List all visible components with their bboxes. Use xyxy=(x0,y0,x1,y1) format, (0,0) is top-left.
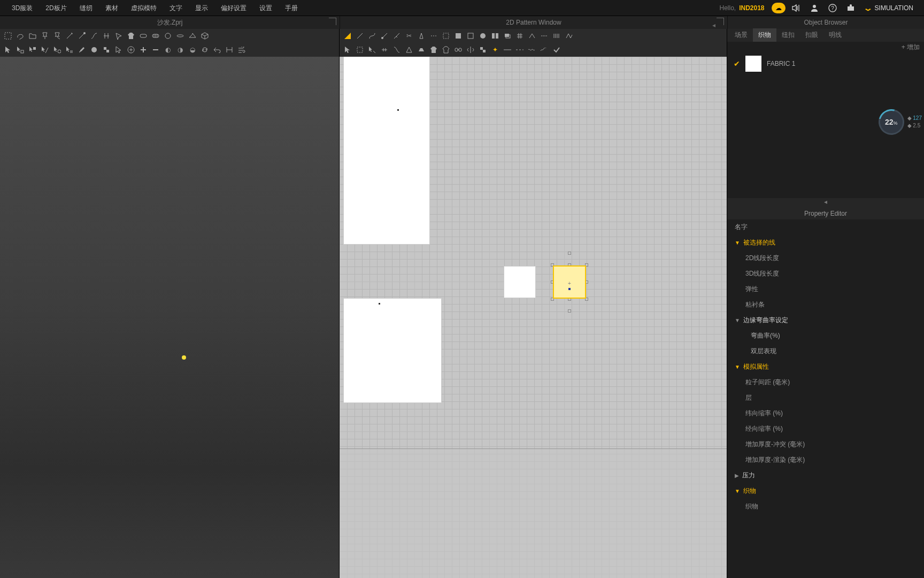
lasso-icon[interactable] xyxy=(14,31,26,41)
add-icon[interactable] xyxy=(137,44,149,55)
hanger-icon[interactable] xyxy=(187,31,198,41)
remove-icon[interactable] xyxy=(150,44,161,55)
pattern-piece-b[interactable] xyxy=(344,299,441,402)
opt1-icon[interactable]: ◐ xyxy=(162,44,174,55)
arrange-icon[interactable] xyxy=(101,31,112,41)
menu-display[interactable]: 显示 xyxy=(189,0,214,16)
topstitch-icon[interactable] xyxy=(538,31,550,41)
opt3-icon[interactable]: ◒ xyxy=(187,44,198,55)
cursor-box-icon[interactable] xyxy=(27,44,38,55)
line2-icon[interactable] xyxy=(514,44,526,55)
split-icon[interactable] xyxy=(391,31,403,41)
tape-line-icon[interactable] xyxy=(150,31,161,41)
dart-icon[interactable] xyxy=(415,31,427,41)
symmetry-icon[interactable] xyxy=(465,44,476,55)
rotate-handle[interactable] xyxy=(568,252,571,255)
snap-icon[interactable]: ✦ xyxy=(489,44,501,55)
needle-dot-icon[interactable] xyxy=(76,31,88,41)
smooth-icon[interactable] xyxy=(88,44,100,55)
line1-icon[interactable] xyxy=(502,44,513,55)
popout-icon[interactable] xyxy=(717,18,724,25)
scissors-icon[interactable]: ✂ xyxy=(403,31,415,41)
menu-material[interactable]: 素材 xyxy=(99,0,125,16)
edit-icon[interactable] xyxy=(379,31,390,41)
prop-3d-length[interactable]: 3D线段长度 xyxy=(727,266,924,282)
menu-sewing[interactable]: 缝纫 xyxy=(73,0,99,16)
prop-layer[interactable]: 层 xyxy=(727,390,924,406)
path-icon[interactable] xyxy=(88,31,100,41)
fold-arrange-icon[interactable] xyxy=(403,44,415,55)
prop-name[interactable]: 名字 xyxy=(727,219,924,235)
edit-point-icon[interactable] xyxy=(113,31,125,41)
prop-particle[interactable]: 粒子间距 (毫米) xyxy=(727,375,924,390)
simulation-button[interactable]: ⌄ SIMULATION xyxy=(860,4,919,12)
trace-icon[interactable] xyxy=(354,44,366,55)
cursor-alt1-icon[interactable] xyxy=(113,44,125,55)
pattern-piece-c[interactable] xyxy=(504,267,535,298)
add-fabric-button[interactable]: + 增加 xyxy=(727,42,924,52)
menu-text[interactable]: 文字 xyxy=(163,0,189,16)
physical-property-gauge[interactable]: 22% ◆ 127 ◆ 2.5 xyxy=(879,109,922,135)
user-icon[interactable] xyxy=(807,2,822,14)
seam-edit-icon[interactable] xyxy=(379,44,390,55)
checker2-icon[interactable] xyxy=(477,44,489,55)
brush-icon[interactable] xyxy=(76,44,88,55)
notch-icon[interactable] xyxy=(526,31,538,41)
pen-icon[interactable] xyxy=(354,31,366,41)
buttonhole-icon[interactable] xyxy=(174,31,186,41)
undo-icon[interactable] xyxy=(211,44,223,55)
prop-fabric-sub[interactable]: 织物 xyxy=(727,499,924,514)
tab-buttonhole[interactable]: 扣眼 xyxy=(800,28,823,42)
grid-icon[interactable] xyxy=(514,31,526,41)
cursor-mesh-icon[interactable] xyxy=(14,44,26,55)
stack-icon[interactable] xyxy=(502,31,513,41)
cursor-line-icon[interactable] xyxy=(39,44,51,55)
panel-splitter[interactable]: ◂ xyxy=(727,198,924,208)
cursor-pattern-icon[interactable] xyxy=(64,44,75,55)
cursor-icon[interactable] xyxy=(2,44,14,55)
pleats-icon[interactable] xyxy=(551,31,563,41)
prop-fabric[interactable]: ▼织物 xyxy=(727,483,924,499)
link-icon[interactable] xyxy=(452,44,464,55)
selection-bounding-box[interactable]: + xyxy=(546,252,595,313)
property-list[interactable]: 名字 ▼被选择的线 2D线段长度 3D线段长度 弹性 粘衬条 ▼边缘弯曲率设定 … xyxy=(727,219,924,578)
cloud-icon[interactable]: ☁ xyxy=(772,3,786,13)
shirt-seam-icon[interactable] xyxy=(440,44,452,55)
cursor2-icon[interactable] xyxy=(342,44,353,55)
prop-elastic[interactable]: 弹性 xyxy=(727,282,924,297)
menu-2d-pattern[interactable]: 2D板片 xyxy=(39,0,73,16)
fold-icon[interactable] xyxy=(563,31,575,41)
curve-icon[interactable] xyxy=(366,31,378,41)
seam-cursor-icon[interactable] xyxy=(366,44,378,55)
tab-scene[interactable]: 场景 xyxy=(729,28,753,42)
seam-free-icon[interactable] xyxy=(391,44,403,55)
prop-selected-line[interactable]: ▼被选择的线 xyxy=(727,235,924,250)
add-circle-icon[interactable] xyxy=(125,44,137,55)
shirt-icon[interactable] xyxy=(125,31,137,41)
shirt2-icon[interactable] xyxy=(428,44,440,55)
opt2-icon[interactable]: ◑ xyxy=(174,44,186,55)
tab-topstitch[interactable]: 明线 xyxy=(823,28,847,42)
needle-icon[interactable] xyxy=(64,31,75,41)
sync-icon[interactable] xyxy=(199,44,211,55)
fabric-swatch[interactable] xyxy=(745,56,761,72)
prop-thk-render[interactable]: 增加厚度-渲染 (毫米) xyxy=(727,452,924,468)
tab-button[interactable]: 纽扣 xyxy=(776,28,800,42)
rect-outline-icon[interactable] xyxy=(465,31,476,41)
prop-curve[interactable]: 弯曲率(%) xyxy=(727,328,924,344)
select-box-icon[interactable] xyxy=(2,31,14,41)
sound-icon[interactable] xyxy=(789,2,804,14)
button-icon[interactable] xyxy=(162,31,174,41)
tab-fabric[interactable]: 织物 xyxy=(753,28,776,42)
prop-pressure[interactable]: ▶压力 xyxy=(727,468,924,483)
rect-tool-icon[interactable] xyxy=(452,31,464,41)
popout-icon[interactable] xyxy=(329,18,336,25)
prop-interlining[interactable]: 粘衬条 xyxy=(727,297,924,313)
wind-icon[interactable] xyxy=(236,44,248,55)
wave2-icon[interactable] xyxy=(538,44,550,55)
cube-icon[interactable] xyxy=(199,31,211,41)
rotate-handle-b[interactable] xyxy=(568,309,571,313)
tri-marker-icon[interactable] xyxy=(342,31,353,41)
wave1-icon[interactable] xyxy=(526,44,538,55)
tape-icon[interactable] xyxy=(137,31,149,41)
